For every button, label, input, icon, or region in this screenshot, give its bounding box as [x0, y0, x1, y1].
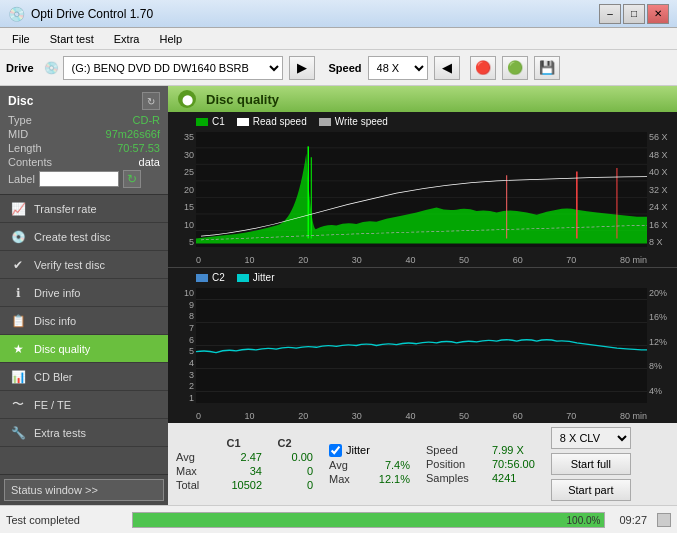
jitter-max: 12.1% [370, 473, 410, 485]
disc-title: Disc [8, 94, 33, 108]
sidebar-item-create-test-disc[interactable]: 💿 Create test disc [0, 223, 168, 251]
speed-stat-label: Speed [426, 444, 486, 456]
c2-legend: C2 [212, 272, 225, 283]
progress-fill [133, 513, 604, 527]
speed-stat-value: 7.99 X [492, 444, 524, 456]
disc-info-label: Disc info [34, 315, 76, 327]
chart1-yaxis-left: 35 30 25 20 15 10 5 [168, 132, 196, 247]
cd-bler-label: CD Bler [34, 371, 73, 383]
length-value: 70:57.53 [117, 142, 160, 154]
chart2-legend: C2 Jitter [196, 272, 274, 283]
cd-bler-icon: 📊 [10, 369, 26, 385]
progress-pct: 100.0% [567, 513, 601, 529]
drive-refresh-button[interactable]: ▶ [289, 56, 315, 80]
save-button[interactable]: 💾 [534, 56, 560, 80]
menu-help[interactable]: Help [151, 31, 190, 47]
samples-value: 4241 [492, 472, 516, 484]
sidebar: Disc ↻ Type CD-R MID 97m26s66f Length 70… [0, 86, 168, 505]
samples-label: Samples [426, 472, 486, 484]
type-value: CD-R [133, 114, 161, 126]
window-controls: – □ ✕ [599, 4, 669, 24]
c1-legend: C1 [212, 116, 225, 127]
sidebar-item-disc-quality[interactable]: ★ Disc quality [0, 335, 168, 363]
sidebar-item-transfer-rate[interactable]: 📈 Transfer rate [0, 195, 168, 223]
position-label: Position [426, 458, 486, 470]
speed-select[interactable]: 48 X [368, 56, 428, 80]
read-speed-legend: Read speed [253, 116, 307, 127]
verify-test-disc-icon: ✔ [10, 257, 26, 273]
sidebar-item-drive-info[interactable]: ℹ Drive info [0, 279, 168, 307]
speed-position-section: Speed 7.99 X Position 70:56.00 Samples 4… [426, 444, 535, 484]
start-full-button[interactable]: Start full [551, 453, 631, 475]
minimize-button[interactable]: – [599, 4, 621, 24]
app-icon: 💿 [8, 6, 25, 22]
create-test-disc-icon: 💿 [10, 229, 26, 245]
drive-label: Drive [6, 62, 34, 74]
disc-quality-icon: ★ [10, 341, 26, 357]
speed-label: Speed [329, 62, 362, 74]
stats-max-row: Max 34 0 [176, 465, 313, 477]
extra-tests-label: Extra tests [34, 427, 86, 439]
stats-c1c2: C1 C2 Avg 2.47 0.00 Max 34 0 Total 10502… [176, 437, 313, 491]
jitter-max-row: Max 12.1% [329, 473, 410, 485]
progress-bar: 100.0% [132, 512, 605, 528]
stats-avg-row: Avg 2.47 0.00 [176, 451, 313, 463]
sidebar-item-verify-test-disc[interactable]: ✔ Verify test disc [0, 251, 168, 279]
contents-label: Contents [8, 156, 52, 168]
disc-refresh-button[interactable]: ↻ [142, 92, 160, 110]
jitter-label: Jitter [346, 444, 370, 456]
maximize-button[interactable]: □ [623, 4, 645, 24]
position-value: 70:56.00 [492, 458, 535, 470]
samples-row: Samples 4241 [426, 472, 535, 484]
transfer-rate-icon: 📈 [10, 201, 26, 217]
start-part-button[interactable]: Start part [551, 479, 631, 501]
drive-select[interactable]: (G:) BENQ DVD DD DW1640 BSRB [63, 56, 283, 80]
label-input[interactable] [39, 171, 119, 187]
content-area: ⬤ Disc quality C1 Read speed [168, 86, 677, 505]
forward-button[interactable]: 🔴 [470, 56, 496, 80]
menu-bar: File Start test Extra Help [0, 28, 677, 50]
title-bar: 💿 Opti Drive Control 1.70 – □ ✕ [0, 0, 677, 28]
max-c2: 0 [268, 465, 313, 477]
chart1-plot [196, 132, 647, 247]
extra-tests-icon: 🔧 [10, 425, 26, 441]
eject-button[interactable]: 🟢 [502, 56, 528, 80]
chart2-svg [196, 288, 647, 403]
close-button[interactable]: ✕ [647, 4, 669, 24]
avg-c1: 2.47 [217, 451, 262, 463]
jitter-section: Jitter Avg 7.4% Max 12.1% [329, 444, 410, 485]
max-c1: 34 [217, 465, 262, 477]
menu-extra[interactable]: Extra [106, 31, 148, 47]
back-button[interactable]: ◀ [434, 56, 460, 80]
label-label: Label [8, 173, 35, 185]
status-text: Test completed [6, 514, 126, 526]
drive-info-label: Drive info [34, 287, 80, 299]
sidebar-item-extra-tests[interactable]: 🔧 Extra tests [0, 419, 168, 447]
action-buttons: 8 X CLV Start full Start part [551, 427, 631, 501]
jitter-checkbox[interactable] [329, 444, 342, 457]
sidebar-item-disc-info[interactable]: 📋 Disc info [0, 307, 168, 335]
jitter-avg-row: Avg 7.4% [329, 459, 410, 471]
sidebar-item-cd-bler[interactable]: 📊 CD Bler [0, 363, 168, 391]
menu-start-test[interactable]: Start test [42, 31, 102, 47]
app-title: Opti Drive Control 1.70 [31, 7, 153, 21]
stats-total-row: Total 10502 0 [176, 479, 313, 491]
length-label: Length [8, 142, 42, 154]
speed-combo-select[interactable]: 8 X CLV [551, 427, 631, 449]
chart2-plot [196, 288, 647, 403]
create-test-disc-label: Create test disc [34, 231, 110, 243]
disc-panel: Disc ↻ Type CD-R MID 97m26s66f Length 70… [0, 86, 168, 195]
menu-file[interactable]: File [4, 31, 38, 47]
disc-quality-label: Disc quality [34, 343, 90, 355]
label-refresh-button[interactable]: ↻ [123, 170, 141, 188]
mid-value: 97m26s66f [106, 128, 160, 140]
sidebar-nav: 📈 Transfer rate 💿 Create test disc ✔ Ver… [0, 195, 168, 474]
sidebar-item-fe-te[interactable]: 〜 FE / TE [0, 391, 168, 419]
sidebar-footer: Status window >> [0, 474, 168, 505]
speed-row: Speed 7.99 X [426, 444, 535, 456]
drive-info-icon: ℹ [10, 285, 26, 301]
stats-area: C1 C2 Avg 2.47 0.00 Max 34 0 Total 10502… [168, 423, 677, 505]
total-c2: 0 [268, 479, 313, 491]
status-window-button[interactable]: Status window >> [4, 479, 164, 501]
status-corner-icon [657, 513, 671, 527]
